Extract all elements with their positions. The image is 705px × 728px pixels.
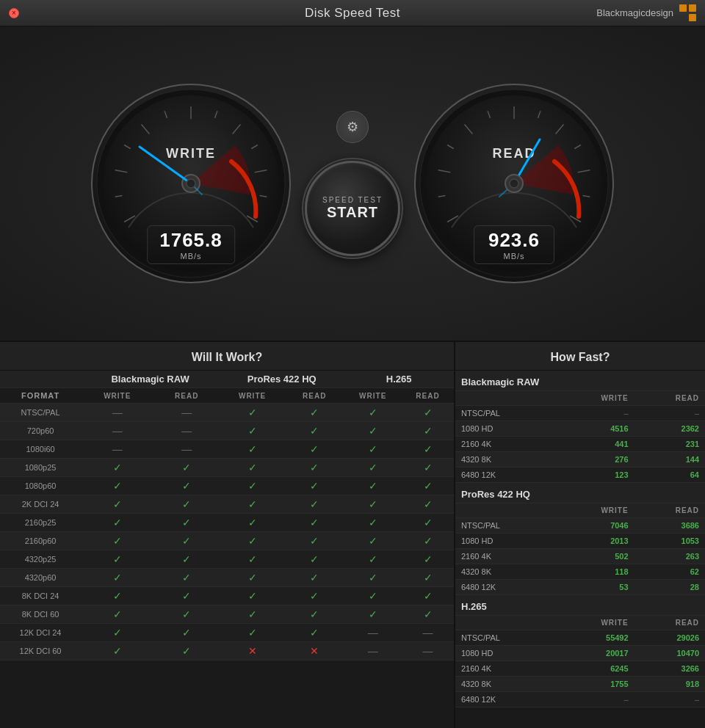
wiw-value-cell: ✓ xyxy=(402,440,454,459)
hf-col-header xyxy=(455,503,557,518)
wiw-format-cell: 2160p25 xyxy=(0,514,81,532)
wiw-value-cell: ✓ xyxy=(220,587,285,605)
wiw-value-cell: ✓ xyxy=(153,495,220,514)
wiw-value-cell: ✓ xyxy=(285,440,344,459)
hf-codec-name: Blackmagic RAW xyxy=(455,371,705,391)
wiw-value-cell: ✓ xyxy=(153,642,220,660)
wiw-value-cell: ✓ xyxy=(344,495,402,514)
hf-header-row: WRITEREAD xyxy=(455,391,705,406)
wiw-value-cell: — xyxy=(402,624,454,642)
hf-format-cell: 2160 4K xyxy=(455,661,557,677)
hf-codec-row: Blackmagic RAW xyxy=(455,371,705,391)
wiw-row: 2K DCI 24✓✓✓✓✓✓ xyxy=(0,495,454,514)
hf-data-row: 6480 12K12364 xyxy=(455,467,705,483)
hf-data-row: 1080 HD20131053 xyxy=(455,534,705,549)
hf-codec-name: H.265 xyxy=(455,595,705,616)
settings-button[interactable]: ⚙ xyxy=(336,111,369,143)
hf-write-cell: – xyxy=(557,692,634,707)
hf-format-cell: NTSC/PAL xyxy=(455,630,557,646)
hf-write-cell: 276 xyxy=(557,452,634,467)
hf-col-header: WRITE xyxy=(557,391,634,406)
read-unit: MB/s xyxy=(486,252,542,261)
wiw-value-cell: ✓ xyxy=(402,422,454,440)
how-fast-header: How Fast? xyxy=(455,342,705,371)
start-button[interactable]: SPEED TEST START xyxy=(305,161,400,256)
wiw-value-cell: ✓ xyxy=(220,422,285,440)
wiw-value-cell: ✓ xyxy=(81,532,153,550)
hf-codec-name: ProRes 422 HQ xyxy=(455,483,705,503)
hf-data-row: 1080 HD45162362 xyxy=(455,421,705,437)
wiw-value-cell: ✓ xyxy=(285,532,344,550)
wiw-value-cell: — xyxy=(153,404,220,422)
wiw-value-cell: ✓ xyxy=(81,605,153,624)
hf-write-cell: – xyxy=(557,406,634,421)
hf-format-cell: 4320 8K xyxy=(455,452,557,467)
wiw-row: 8K DCI 24✓✓✓✓✓✓ xyxy=(0,587,454,605)
hf-read-cell: 2362 xyxy=(634,421,705,437)
hf-col-header: READ xyxy=(634,616,705,630)
wiw-codec-bmraw: Blackmagic RAW xyxy=(81,371,220,388)
wiw-value-cell: ✓ xyxy=(285,459,344,477)
hf-write-cell: 441 xyxy=(557,437,634,452)
wiw-value-cell: ✓ xyxy=(344,459,402,477)
wiw-value-cell: ✓ xyxy=(344,422,402,440)
wiw-prores-write-header: WRITE xyxy=(220,388,285,404)
hf-col-header: WRITE xyxy=(557,616,634,630)
wiw-row: 2160p60✓✓✓✓✓✓ xyxy=(0,532,454,550)
close-button[interactable] xyxy=(9,8,19,18)
wiw-value-cell: ✓ xyxy=(220,569,285,587)
read-value-box: 923.6 MB/s xyxy=(474,225,554,264)
wiw-value-cell: ✓ xyxy=(81,459,153,477)
wiw-value-cell: ✓ xyxy=(81,514,153,532)
wiw-value-cell: ✓ xyxy=(402,459,454,477)
hf-data-row: NTSC/PAL–– xyxy=(455,406,705,421)
wiw-row: 12K DCI 24✓✓✓✓—— xyxy=(0,624,454,642)
hf-data-row: 2160 4K441231 xyxy=(455,437,705,452)
hf-codec-row: ProRes 422 HQ xyxy=(455,483,705,503)
hf-data-row: NTSC/PAL70463686 xyxy=(455,518,705,534)
hf-write-cell: 6245 xyxy=(557,661,634,677)
hf-write-cell: 20017 xyxy=(557,646,634,661)
wiw-value-cell: ✓ xyxy=(153,569,220,587)
wiw-value-cell: ✓ xyxy=(344,587,402,605)
wiw-value-cell: — xyxy=(344,642,402,660)
wiw-value-cell: ✕ xyxy=(220,642,285,660)
hf-read-cell: 263 xyxy=(634,549,705,564)
will-it-work-table: Blackmagic RAW ProRes 422 HQ H.265 FORMA… xyxy=(0,371,454,660)
wiw-format-cell: 1080p60 xyxy=(0,477,81,495)
hf-write-cell: 4516 xyxy=(557,421,634,437)
gauge-section: WRITE 1765.8 MB/s ⚙ SPEED TEST START xyxy=(0,26,705,342)
wiw-value-cell: ✓ xyxy=(153,477,220,495)
wiw-value-cell: ✓ xyxy=(153,514,220,532)
svg-point-41 xyxy=(510,179,518,188)
hf-read-cell: 29026 xyxy=(634,630,705,646)
wiw-value-cell: — xyxy=(81,422,153,440)
data-section: Will It Work? Blackmagic RAW ProRes 422 … xyxy=(0,342,705,728)
hf-write-cell: 1755 xyxy=(557,677,634,692)
wiw-format-cell: 8K DCI 24 xyxy=(0,587,81,605)
wiw-value-cell: ✓ xyxy=(220,605,285,624)
wiw-row: 4320p60✓✓✓✓✓✓ xyxy=(0,569,454,587)
hf-format-cell: NTSC/PAL xyxy=(455,518,557,534)
wiw-value-cell: ✓ xyxy=(402,514,454,532)
hf-format-cell: 4320 8K xyxy=(455,564,557,580)
brand-logo: Blackmagicdesign xyxy=(596,4,696,21)
wiw-h265-write-header: WRITE xyxy=(344,388,402,404)
hf-format-cell: NTSC/PAL xyxy=(455,406,557,421)
wiw-format-col-header: FORMAT xyxy=(0,388,81,404)
hf-format-cell: 6480 12K xyxy=(455,467,557,483)
wiw-format-cell: 720p60 xyxy=(0,422,81,440)
wiw-row: 12K DCI 60✓✓✕✕—— xyxy=(0,642,454,660)
wiw-format-cell: 1080p25 xyxy=(0,459,81,477)
hf-read-cell: 144 xyxy=(634,452,705,467)
write-gauge: WRITE 1765.8 MB/s xyxy=(88,81,294,286)
hf-format-cell: 1080 HD xyxy=(455,534,557,549)
wiw-value-cell: ✓ xyxy=(344,514,402,532)
wiw-row: NTSC/PAL——✓✓✓✓ xyxy=(0,404,454,422)
hf-read-cell: 3266 xyxy=(634,661,705,677)
will-it-work-panel: Will It Work? Blackmagic RAW ProRes 422 … xyxy=(0,342,455,728)
wiw-row: 1080p60✓✓✓✓✓✓ xyxy=(0,477,454,495)
hf-read-cell: 62 xyxy=(634,564,705,580)
wiw-value-cell: ✓ xyxy=(344,440,402,459)
wiw-value-cell: ✓ xyxy=(81,495,153,514)
